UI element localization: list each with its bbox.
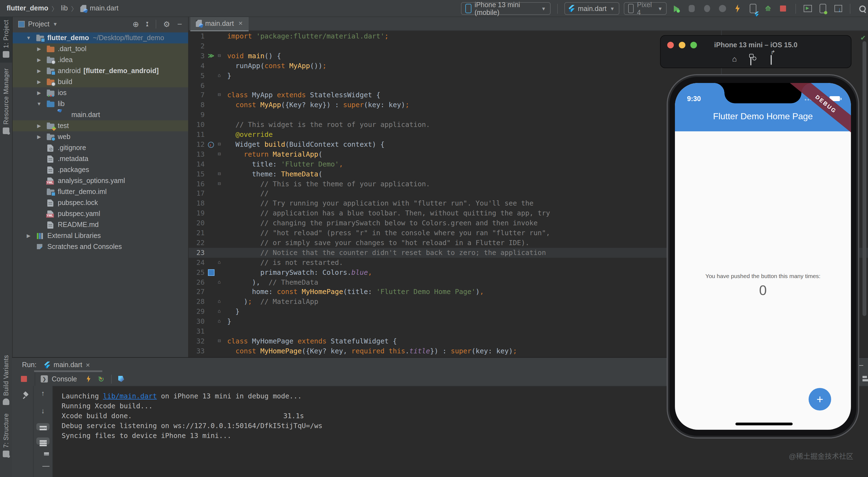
stripe-build-variants-button[interactable]: Build Variants (0, 353, 12, 410)
chevron-collapsed-icon[interactable]: ▶ (36, 46, 42, 52)
close-icon[interactable]: ✕ (238, 20, 243, 26)
hot-reload-button[interactable] (732, 2, 743, 14)
editor-scrollbar[interactable] (863, 41, 866, 316)
tree-row-build[interactable]: ▶build (12, 76, 188, 88)
tree-row-.metadata[interactable]: .metadata (12, 153, 188, 164)
fold-close-icon[interactable]: ⌂ (218, 277, 221, 287)
stripe-resource-manager-button[interactable]: Resource Manager (0, 65, 12, 140)
fold-close-icon[interactable]: ⌂ (218, 258, 221, 267)
project-view-selector[interactable]: Project (28, 20, 50, 28)
coverage-button[interactable] (717, 2, 728, 14)
breadcrumb-lib[interactable]: lib (61, 4, 68, 12)
chevron-collapsed-icon[interactable]: ▶ (36, 123, 42, 129)
fold-open-icon[interactable]: ⊟ (218, 91, 221, 100)
run-tab-label[interactable]: main.dart (54, 361, 82, 369)
tree-row-analysis_options.yaml[interactable]: analysis_options.yaml (12, 175, 188, 186)
tree-row-.gitignore[interactable]: .gitignore (12, 142, 188, 153)
line-number: 19 (188, 208, 205, 218)
screenshot-icon[interactable] (750, 56, 751, 65)
chevron-collapsed-icon[interactable]: ▶ (36, 68, 42, 74)
tree-row-test[interactable]: ▶test (12, 121, 188, 131)
locate-icon[interactable]: ⊕ (132, 20, 139, 28)
fold-close-icon[interactable]: ⌂ (218, 316, 221, 327)
hide-panel-icon[interactable]: − (177, 20, 182, 28)
fold-open-icon[interactable]: ⊟ (218, 336, 221, 346)
chevron-collapsed-icon[interactable]: ▶ (25, 233, 32, 238)
tool-window-stripe: 1: Project Resource Manager Build Varian… (0, 16, 13, 477)
down-arrow-icon[interactable]: ↓ (36, 407, 50, 415)
fold-close-icon[interactable]: ⌂ (218, 307, 221, 316)
scroll-to-end-icon[interactable] (36, 437, 50, 444)
fab-add-button[interactable]: + (809, 388, 831, 410)
android-device-button[interactable] (817, 2, 828, 14)
console-file-link[interactable]: lib/main.dart (103, 392, 157, 400)
tree-row-.dart_tool[interactable]: ▶.dart_tool (12, 43, 188, 55)
up-arrow-icon[interactable]: ↑ (36, 389, 50, 397)
tree-row-ios[interactable]: ▶ios (12, 88, 188, 98)
rotate-icon[interactable] (771, 56, 772, 64)
chevron-expanded-icon[interactable]: ▼ (25, 35, 32, 41)
breadcrumb-separator: 〉 (52, 4, 58, 13)
chevron-collapsed-icon[interactable]: ▶ (36, 79, 42, 84)
fold-open-icon[interactable]: ⊟ (218, 149, 221, 159)
folder-settings-icon (47, 57, 55, 63)
home-icon[interactable]: ⌂ (732, 55, 737, 63)
breadcrumb-file[interactable]: main.dart (90, 4, 118, 12)
stripe-structure-button[interactable]: 7: Structure (0, 411, 12, 462)
gear-icon[interactable]: ⚙ (163, 20, 170, 28)
tree-row-flutter_demo.iml[interactable]: flutter_demo.iml (12, 186, 188, 197)
home-indicator[interactable] (736, 422, 793, 425)
override-gutter-icon[interactable] (208, 142, 214, 148)
profile-button[interactable] (702, 2, 713, 14)
secondary-device-selector[interactable]: Pixel 4 ▼ (623, 2, 667, 15)
search-everywhere-button[interactable] (857, 2, 868, 14)
run-gutter-icon[interactable]: ≫ (208, 51, 213, 61)
tree-row-lib[interactable]: ▼lib (12, 98, 188, 109)
device-selector[interactable]: iPhone 13 mini (mobile) ▼ (461, 2, 550, 15)
fold-close-icon[interactable]: ⌂ (218, 71, 221, 80)
tree-row-pubspec.lock[interactable]: pubspec.lock (12, 197, 188, 208)
fold-open-icon[interactable]: ⊟ (218, 51, 221, 61)
hot-restart-icon[interactable]: ↻ (98, 375, 104, 383)
collapse-all-icon[interactable]: ▾▴ (146, 22, 148, 26)
run-config-selector[interactable]: main.dart ▼ (564, 2, 619, 15)
tab-console[interactable]: Console (52, 375, 77, 383)
sdk-manager-button[interactable] (833, 2, 843, 14)
chevron-collapsed-icon[interactable]: ▶ (36, 57, 42, 63)
tree-item-label: pubspec.yaml (58, 210, 100, 217)
fold-open-icon[interactable]: ⊟ (218, 140, 221, 149)
stripe-project-button[interactable]: 1: Project (0, 16, 12, 62)
fold-open-icon[interactable]: ⊟ (218, 169, 221, 179)
fold-open-icon[interactable]: ⊟ (218, 179, 221, 189)
chevron-collapsed-icon[interactable]: ▶ (36, 134, 42, 140)
stop-icon[interactable] (21, 376, 27, 382)
flutter-device-button[interactable] (747, 2, 758, 14)
tree-row-.packages[interactable]: .packages (12, 164, 188, 175)
color-swatch-gutter-icon[interactable] (208, 269, 215, 276)
tree-row-web[interactable]: ▶web (12, 131, 188, 142)
attach-debugger-button[interactable]: ⟰ (763, 2, 773, 14)
tree-row-README.md[interactable]: README.md (12, 219, 188, 230)
run-button[interactable] (671, 2, 682, 14)
tree-row-pubspec.yaml[interactable]: pubspec.yaml (12, 208, 188, 219)
chevron-expanded-icon[interactable]: ▼ (36, 101, 42, 107)
breadcrumb-project[interactable]: flutter_demo (7, 4, 48, 12)
hide-panel-icon[interactable]: − (859, 361, 864, 369)
hot-reload-icon[interactable] (86, 375, 91, 382)
tree-row-Scratches-and-Consoles[interactable]: Scratches and Consoles (12, 241, 188, 252)
run-label: Run: (22, 361, 37, 369)
tree-row-android[interactable]: ▶android[flutter_demo_android] (12, 65, 188, 76)
tab-main-dart[interactable]: main.dart ✕ (190, 16, 248, 31)
device-manager-button[interactable] (802, 2, 813, 14)
close-icon[interactable]: ✕ (86, 362, 90, 368)
tree-row-main.dart[interactable]: main.dart (12, 109, 188, 121)
fold-close-icon[interactable]: ⌂ (218, 297, 221, 307)
chevron-collapsed-icon[interactable]: ▶ (36, 90, 42, 96)
dart-devtools-icon[interactable] (118, 376, 124, 382)
soft-wrap-icon[interactable] (36, 423, 50, 430)
tree-row-.idea[interactable]: ▶.idea (12, 55, 188, 65)
debug-button[interactable] (686, 2, 697, 14)
stop-button[interactable] (778, 2, 788, 14)
tree-row-flutter_demo[interactable]: ▼flutter_demo~/Desktop/flutter_demo (12, 32, 188, 43)
tree-row-External-Libraries[interactable]: ▶External Libraries (12, 230, 188, 241)
